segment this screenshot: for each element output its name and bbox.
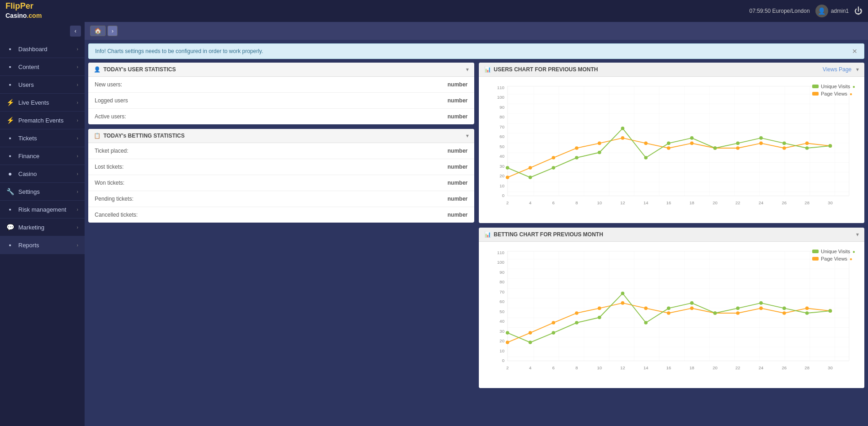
svg-text:12: 12 <box>620 200 625 205</box>
dot <box>575 311 579 315</box>
sidebar-item-risk-management[interactable]: ▪ Risk management › <box>0 201 85 218</box>
username: admin1 <box>831 8 849 14</box>
sidebar-item-prematch-events[interactable]: ⚡ Prematch Events › <box>0 112 85 129</box>
lost-tickets-label: Lost tickets: <box>88 159 331 175</box>
betting-stats-chevron[interactable]: ▾ <box>466 133 469 139</box>
dot <box>552 156 555 160</box>
dot <box>621 292 624 295</box>
svg-text:30: 30 <box>828 200 833 205</box>
finance-icon: ▪ <box>6 152 14 160</box>
sidebar-item-settings[interactable]: 🔧 Settings › <box>0 183 85 201</box>
dot <box>528 166 532 170</box>
dot <box>805 307 809 310</box>
dot <box>575 321 579 325</box>
sidebar-label-marketing: Marketing <box>18 224 44 231</box>
sidebar-item-marketing[interactable]: 💬 Marketing › <box>0 218 85 236</box>
sidebar-label-finance: Finance <box>18 153 39 160</box>
dot <box>597 142 601 145</box>
betting-legend-dot-orange: ● <box>850 256 852 261</box>
betting-stats-title: 📋 TODAY's BETTING STATISTICS <box>94 133 185 139</box>
y-label-10: 10 <box>499 183 504 188</box>
table-row: Cancelled tickets: number <box>88 207 474 223</box>
svg-text:24: 24 <box>758 200 763 205</box>
breadcrumb-home[interactable]: 🏠 <box>90 26 106 36</box>
svg-text:18: 18 <box>689 365 694 370</box>
sidebar-item-dashboard[interactable]: ▪ Dashboard › <box>0 40 85 58</box>
user-stats-chevron[interactable]: ▾ <box>466 66 469 73</box>
dot <box>828 309 832 313</box>
svg-text:60: 60 <box>499 299 504 304</box>
svg-text:14: 14 <box>643 365 648 370</box>
table-row: Lost tickets: number <box>88 159 474 175</box>
legend-dot-green: ● <box>852 84 855 89</box>
svg-text:22: 22 <box>735 365 740 370</box>
cancelled-tickets-value: number <box>331 207 474 223</box>
table-row: Logged users number <box>88 93 474 109</box>
breadcrumb: 🏠 › <box>85 22 868 40</box>
sidebar-arrow-reports: › <box>77 243 78 248</box>
svg-text:2: 2 <box>506 365 509 370</box>
lost-tickets-value: number <box>331 159 474 175</box>
sidebar-item-finance[interactable]: ▪ Finance › <box>0 147 85 165</box>
sidebar-toggle-button[interactable]: ‹ <box>70 26 81 37</box>
sidebar-arrow-marketing: › <box>77 225 78 230</box>
sidebar-item-users[interactable]: ▪ Users › <box>0 76 85 94</box>
dot <box>621 127 624 130</box>
dot <box>505 341 509 344</box>
svg-text:0: 0 <box>502 358 504 363</box>
svg-text:16: 16 <box>666 200 671 205</box>
sidebar-label-reports: Reports <box>18 242 39 249</box>
logout-button[interactable]: ⏻ <box>854 6 863 16</box>
users-chart-container: Unique Visits ● Page Views ● <box>479 77 865 223</box>
dot <box>713 146 717 150</box>
dot <box>828 144 832 148</box>
info-close-button[interactable]: ✕ <box>852 48 857 55</box>
y-label-80: 80 <box>499 114 504 119</box>
betting-chart-chevron[interactable]: ▾ <box>856 231 859 238</box>
svg-text:12: 12 <box>620 365 625 370</box>
sidebar-item-content[interactable]: ▪ Content › <box>0 58 85 76</box>
dot <box>690 301 693 305</box>
dot <box>644 156 648 160</box>
views-page-link[interactable]: Views Page <box>823 66 852 73</box>
svg-text:6: 6 <box>552 200 554 205</box>
logo: FlipPer Casino.com <box>5 2 42 20</box>
dot <box>597 151 601 154</box>
sidebar-label-dashboard: Dashboard <box>18 46 48 53</box>
dot <box>667 142 670 145</box>
sidebar-label-risk-management: Risk management <box>18 206 66 213</box>
new-users-value: number <box>313 77 474 93</box>
betting-chart-header: 📊 BETTING CHART FOR PREVIOUS MONTH ▾ <box>479 228 865 242</box>
pending-tickets-value: number <box>331 191 474 207</box>
breadcrumb-forward[interactable]: › <box>107 26 118 36</box>
sidebar-item-tickets[interactable]: ▪ Tickets › <box>0 129 85 147</box>
chart-legend: Unique Visits ● Page Views ● <box>812 84 855 96</box>
user-stats-title: 👤 TODAY's USER STATISTICS <box>94 66 176 73</box>
sidebar-arrow-users: › <box>77 82 78 87</box>
dot <box>690 307 693 310</box>
users-chart-svg: 0 10 20 30 40 50 60 70 80 90 100 110 <box>483 81 860 214</box>
dot <box>597 307 601 310</box>
dot <box>805 311 809 315</box>
sidebar-arrow-live-events: › <box>77 100 78 105</box>
sidebar-label-settings: Settings <box>18 188 40 195</box>
svg-text:14: 14 <box>643 200 648 205</box>
betting-stats-table: Ticket placed: number Lost tickets: numb… <box>88 143 474 223</box>
sidebar-item-reports[interactable]: ▪ Reports › <box>0 236 85 254</box>
dot <box>759 142 763 145</box>
header-time: 07:59:50 Europe/London <box>750 8 810 14</box>
svg-text:2: 2 <box>506 200 509 205</box>
y-label-0: 0 <box>502 193 504 198</box>
main-content: 🏠 › Info! Charts settings needs to be co… <box>85 22 868 426</box>
sidebar-arrow-dashboard: › <box>77 47 78 52</box>
sidebar-item-live-events[interactable]: ⚡ Live Events › <box>0 94 85 112</box>
betting-legend-pageviews: Page Views ● <box>812 256 855 261</box>
sidebar-arrow-settings: › <box>77 189 78 194</box>
sidebar-label-users: Users <box>18 81 34 88</box>
sidebar-item-casino[interactable]: ● Casino › <box>0 165 85 183</box>
dot <box>644 321 648 325</box>
marketing-icon: 💬 <box>6 224 14 231</box>
dot <box>621 136 624 140</box>
users-chart-chevron[interactable]: ▾ <box>856 66 859 73</box>
users-chart-panel: 📊 USERS CHART FOR PREVIOUS MONTH Views P… <box>479 63 865 223</box>
